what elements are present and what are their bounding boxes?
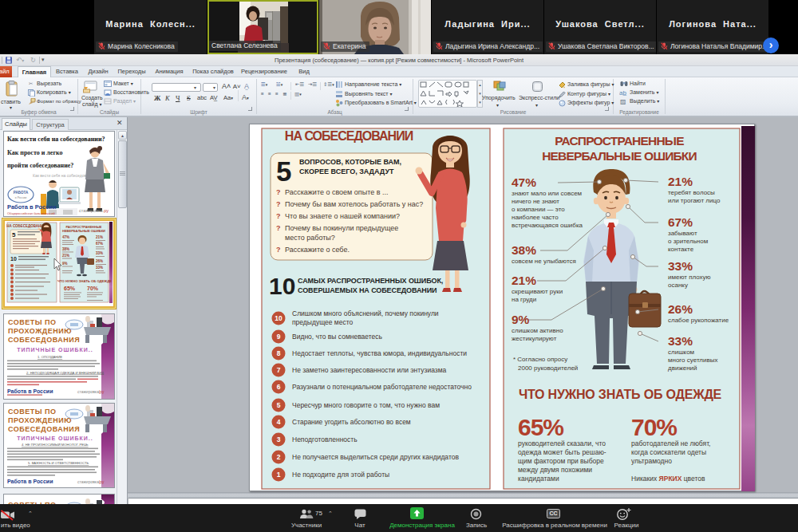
svg-text:Видно, что вы сомневаетесь: Видно, что вы сомневаетесь xyxy=(292,333,383,341)
svg-text:4: 4 xyxy=(277,418,281,426)
svg-text:33%: 33% xyxy=(96,251,103,255)
svg-text:имеют плохую: имеют плохую xyxy=(668,274,711,281)
svg-text:33%: 33% xyxy=(668,334,693,348)
svg-text:9: 9 xyxy=(277,333,281,341)
svg-text:кандидатами: кандидатами xyxy=(518,475,559,483)
svg-text:НЕВЕРБАЛЬНЫЕ ОШИБКИ: НЕВЕРБАЛЬНЫЕ ОШИБКИ xyxy=(542,149,697,163)
svg-text:слишком: слишком xyxy=(668,349,694,356)
svg-text:СОБЕСЕДОВАНИЯ: СОБЕСЕДОВАНИЯ xyxy=(8,336,80,344)
svg-text:6: 6 xyxy=(277,383,281,391)
svg-text:совсем не улыбаются: совсем не улыбаются xyxy=(512,258,576,265)
svg-text:Слишком много объяснений, поче: Слишком много объяснений, почему покинул… xyxy=(292,309,439,317)
svg-text:5: 5 xyxy=(12,231,16,238)
svg-text:Расскажите о своем опыте в ...: Расскажите о своем опыте в ... xyxy=(285,188,388,196)
svg-text:жестикулируют: жестикулируют xyxy=(512,335,557,342)
svg-text:Чересчур много говорите о том,: Чересчур много говорите о том, что нужно… xyxy=(292,401,440,409)
svg-text:встречающаяся ошибка: встречающаяся ошибка xyxy=(512,222,583,229)
svg-text:ЧТО НУЖНО ЗНАТЬ ОБ ОДЕЖДЕ: ЧТО НУЖНО ЗНАТЬ ОБ ОДЕЖДЕ xyxy=(57,279,112,283)
svg-text:место работы?: место работы? xyxy=(285,234,335,242)
svg-text:70%: 70% xyxy=(87,286,99,291)
svg-text:ТИПИЧНЫЕ ОШИБКИ..: ТИПИЧНЫЕ ОШИБКИ.. xyxy=(17,435,93,441)
svg-text:работодателей не любят,: работодателей не любят, xyxy=(631,439,710,447)
svg-text:СКОРЕЕ ВСЕГО, ЗАДАДУТ: СКОРЕЕ ВСЕГО, ЗАДАДУТ xyxy=(299,167,394,175)
svg-text:Почему вы покинули предыдущее: Почему вы покинули предыдущее xyxy=(285,224,398,232)
svg-text:9%: 9% xyxy=(512,313,530,326)
svg-text:4. НЕ ПРОИЗНОСИМЫЙ МОНОЛОГ-РЕЧ: 4. НЕ ПРОИЗНОСИМЫЙ МОНОЛОГ-РЕЧЬ xyxy=(22,443,89,447)
svg-text:2. НЕПОДХОДЯЩАЯ ОДЕЖДА И ВНЕШН: 2. НЕПОДХОДЯЩАЯ ОДЕЖДА И ВНЕШНИЙ ВИД xyxy=(26,371,104,375)
svg-text:стажировка|ру: стажировка|ру xyxy=(77,479,105,484)
svg-text:забывают: забывают xyxy=(668,230,697,237)
svg-text:Не подходите для этой работы: Не подходите для этой работы xyxy=(292,471,389,479)
svg-text:скрещивают руки: скрещивают руки xyxy=(512,288,563,295)
svg-text:контакте: контакте xyxy=(668,246,694,253)
svg-text:теребят волосы: теребят волосы xyxy=(668,189,715,196)
svg-text:много суетливых: много суетливых xyxy=(668,357,718,364)
svg-text:в России: в России xyxy=(15,196,26,199)
svg-text:слишком активно: слишком активно xyxy=(512,327,563,334)
svg-text:РАСПРОСТРАНЕННЫЕ: РАСПРОСТРАНЕННЫЕ xyxy=(555,134,684,148)
svg-text:щим фактором при выборе: щим фактором при выборе xyxy=(518,457,604,465)
svg-text:2: 2 xyxy=(277,453,281,461)
svg-text:слабое рукопожатие: слабое рукопожатие xyxy=(668,317,729,324)
svg-text:на груди: на груди xyxy=(512,296,536,303)
svg-text:Расскажите о себе.: Расскажите о себе. xyxy=(285,246,350,254)
svg-text:о зрительном: о зрительном xyxy=(668,238,708,245)
svg-text:Не получается выделиться среди: Не получается выделиться среди других ка… xyxy=(292,453,459,461)
svg-text:8: 8 xyxy=(277,349,281,357)
svg-text:РАБОТА: РАБОТА xyxy=(14,191,29,195)
svg-text:?: ? xyxy=(276,246,281,254)
svg-text:5: 5 xyxy=(277,401,281,409)
svg-text:Что вы знаете о нашей компании: Что вы знаете о нашей компании? xyxy=(285,212,400,220)
svg-text:26%: 26% xyxy=(668,302,693,316)
svg-text:5: 5 xyxy=(276,156,291,187)
svg-text:Работа в России: Работа в России xyxy=(7,479,53,484)
svg-text:ультрамодно: ультрамодно xyxy=(631,457,672,465)
svg-text:38%: 38% xyxy=(62,247,69,251)
svg-text:67%: 67% xyxy=(668,215,693,229)
svg-text:67%: 67% xyxy=(96,242,103,246)
svg-text:Работа в России: Работа в России xyxy=(7,388,53,394)
svg-text:между двумя похожими: между двумя похожими xyxy=(518,466,592,474)
svg-text:21%: 21% xyxy=(512,274,536,287)
svg-text:1. ОПОЗДАНИЕ: 1. ОПОЗДАНИЕ xyxy=(38,355,62,359)
svg-text:когда соискатели одеты: когда соискатели одеты xyxy=(631,448,706,456)
svg-text:9%: 9% xyxy=(62,262,68,266)
svg-text:предыдущее место: предыдущее место xyxy=(292,318,353,326)
svg-text:осанку: осанку xyxy=(668,282,688,289)
svg-text:10: 10 xyxy=(269,273,295,299)
svg-text:65%: 65% xyxy=(64,286,76,291)
svg-text:1: 1 xyxy=(277,471,281,479)
svg-text:НА СОБЕСЕДОВАНИИ: НА СОБЕСЕДОВАНИИ xyxy=(6,224,46,228)
svg-text:ТИПИЧНЫЕ ОШИБКИ..: ТИПИЧНЫЕ ОШИБКИ.. xyxy=(17,347,93,353)
svg-text:руководителей сказали, что: руководителей сказали, что xyxy=(518,439,606,447)
svg-text:21%: 21% xyxy=(668,175,693,188)
svg-text:Недостает теплоты, чувства юмо: Недостает теплоты, чувства юмора, индиви… xyxy=(292,349,467,357)
svg-text:НА СОБЕСЕДОВАНИИ: НА СОБЕСЕДОВАНИИ xyxy=(285,129,413,143)
svg-text:26%: 26% xyxy=(96,259,103,263)
svg-text:СОВЕТЫ ПО: СОВЕТЫ ПО xyxy=(8,318,57,326)
svg-text:7: 7 xyxy=(277,366,281,374)
svg-text:Старание угодить абсолютно во: Старание угодить абсолютно во всем xyxy=(292,418,411,426)
svg-text:движений: движений xyxy=(668,365,697,372)
svg-text:знают мало или совсем: знают мало или совсем xyxy=(512,190,582,197)
svg-text:65%: 65% xyxy=(518,414,563,440)
svg-text:70%: 70% xyxy=(631,414,677,440)
svg-text:одежда может быть решаю-: одежда может быть решаю- xyxy=(518,448,606,456)
svg-text:СОВЕРШАЕМЫХ НА СОБЕСЕДОВАНИИ: СОВЕРШАЕМЫХ НА СОБЕСЕДОВАНИИ xyxy=(298,286,437,294)
svg-text:?: ? xyxy=(276,224,281,232)
svg-text:?: ? xyxy=(276,188,281,196)
svg-text:Разузнали о потенциальном рабо: Разузнали о потенциальном работодателе н… xyxy=(292,383,472,391)
svg-text:2000 руководителей: 2000 руководителей xyxy=(518,365,578,372)
svg-text:?: ? xyxy=(276,200,281,208)
svg-text:33%: 33% xyxy=(668,259,693,273)
svg-text:47%: 47% xyxy=(62,235,69,239)
svg-text:ничего не знают: ничего не знают xyxy=(512,198,559,205)
svg-text:ВОПРОСОВ, КОТОРЫЕ ВАМ,: ВОПРОСОВ, КОТОРЫЕ ВАМ, xyxy=(299,158,401,166)
svg-text:наиболее часто: наиболее часто xyxy=(512,214,559,221)
svg-text:или трогают лицо: или трогают лицо xyxy=(668,197,721,204)
svg-text:5. ВАЖНОСТЬ И ОТВЕТСТВЕННОСТЬ: 5. ВАЖНОСТЬ И ОТВЕТСТВЕННОСТЬ xyxy=(28,461,89,465)
svg-text:ПРОХОЖДЕНИЮ: ПРОХОЖДЕНИЮ xyxy=(8,416,72,424)
svg-text:ЧТО НУЖНО ЗНАТЬ ОБ ОДЕЖДЕ: ЧТО НУЖНО ЗНАТЬ ОБ ОДЕЖДЕ xyxy=(519,388,722,401)
svg-text:Не заметно заинтересованности: Не заметно заинтересованности или энтузи… xyxy=(292,366,447,374)
svg-text:СОБЕСЕДОВАНИЯ: СОБЕСЕДОВАНИЯ xyxy=(8,425,80,433)
